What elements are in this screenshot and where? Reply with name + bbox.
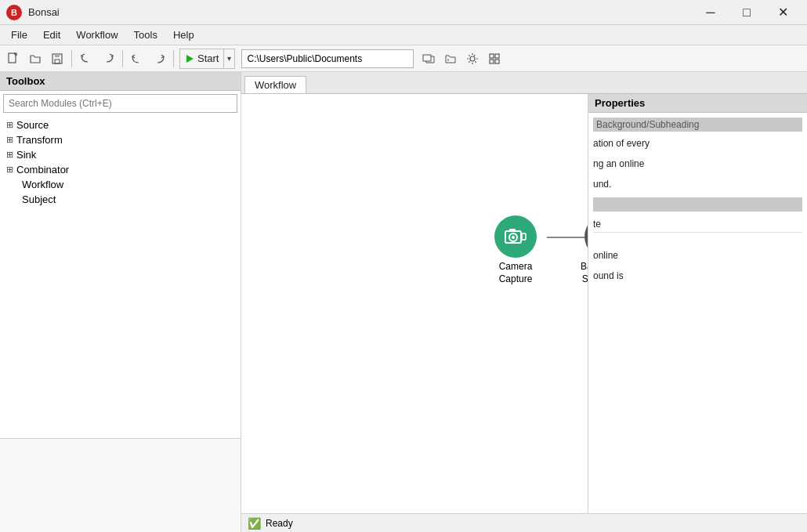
toolbox-panel: Toolbox ⊞ Source ⊞ Transform ⊞ Sink ⊞ Co… <box>0 72 241 532</box>
status-bar: ✅ Ready <box>241 513 807 532</box>
svg-rect-5 <box>55 54 60 57</box>
prop-desc-3: und. <box>593 177 802 191</box>
camera-capture-node[interactable]: CameraCapture <box>484 215 547 285</box>
redo-secondary-button[interactable] <box>98 49 118 69</box>
status-icon: ✅ <box>248 517 261 530</box>
prop-section-header-2 <box>593 197 802 212</box>
tree-label-subject: Subject <box>22 194 56 205</box>
menu-workflow[interactable]: Workflow <box>68 27 125 42</box>
toolbar: Start ▾ <box>0 45 807 72</box>
sep1 <box>71 50 72 67</box>
properties-header: Properties <box>588 94 807 113</box>
menu-help[interactable]: Help <box>165 27 202 42</box>
folder-button[interactable] <box>440 49 461 69</box>
maximize-button[interactable]: □ <box>729 0 765 25</box>
main-layout: Toolbox ⊞ Source ⊞ Transform ⊞ Sink ⊞ Co… <box>0 72 807 532</box>
prop-desc-2: ng an online <box>593 157 802 171</box>
tree-label-workflow: Workflow <box>22 179 63 190</box>
path-input[interactable] <box>241 49 414 68</box>
status-text: Ready <box>266 518 293 529</box>
tree-item-sink[interactable]: ⊞ Sink <box>0 147 241 162</box>
toolbox-header: Toolbox <box>0 72 241 91</box>
bg-subtraction-node[interactable]: BackgroundSubtraction <box>574 215 588 285</box>
open-button[interactable] <box>25 49 45 69</box>
bg-subtraction-icon <box>584 215 588 258</box>
svg-rect-6 <box>55 60 60 63</box>
camera-capture-icon <box>494 215 537 258</box>
svg-rect-11 <box>490 54 494 58</box>
tree-item-subject[interactable]: Subject <box>0 192 241 207</box>
menu-file[interactable]: File <box>3 27 35 42</box>
tree-item-transform[interactable]: ⊞ Transform <box>0 132 241 147</box>
tree-label-sink: Sink <box>16 149 36 161</box>
save-button[interactable] <box>47 49 67 69</box>
undo-secondary-button[interactable] <box>76 49 96 69</box>
browse-button[interactable] <box>418 49 439 69</box>
tree-label-transform: Transform <box>16 134 63 146</box>
start-button-group[interactable]: Start ▾ <box>179 49 235 69</box>
svg-rect-19 <box>522 233 526 240</box>
prop-section-header: Background/Subheading <box>593 118 802 132</box>
properties-panel: Properties Background/Subheading ation o… <box>588 94 807 532</box>
app-title: Bonsai <box>28 6 693 18</box>
prop-desc-1: ation of every <box>593 136 802 150</box>
undo-button[interactable] <box>127 49 147 69</box>
svg-point-17 <box>512 236 515 239</box>
sep3 <box>173 50 174 67</box>
bg-subtraction-label: BackgroundSubtraction <box>581 261 588 285</box>
extra-button[interactable] <box>484 49 505 69</box>
svg-rect-18 <box>509 229 516 232</box>
camera-capture-label: CameraCapture <box>499 261 533 285</box>
title-bar: B Bonsai ─ □ ✕ <box>0 0 807 25</box>
prop-bottom-2: ound is <box>593 269 802 283</box>
expand-icon-source: ⊞ <box>6 120 13 130</box>
redo-button[interactable] <box>149 49 169 69</box>
start-dropdown-arrow[interactable]: ▾ <box>223 49 234 69</box>
menu-tools[interactable]: Tools <box>126 27 165 42</box>
prop-row-label: te <box>593 216 802 233</box>
new-button[interactable] <box>3 49 24 69</box>
app-icon: B <box>6 5 22 20</box>
workflow-tab[interactable]: Workflow <box>244 76 306 93</box>
prop-bottom-1: online <box>593 248 802 262</box>
workflow-tabs: Workflow <box>241 72 807 94</box>
search-input[interactable] <box>3 94 237 113</box>
start-btn-main[interactable]: Start <box>180 52 223 64</box>
prop-bottom-section: online ound is <box>593 233 802 283</box>
tree-item-source[interactable]: ⊞ Source <box>0 118 241 132</box>
menu-bar: File Edit Workflow Tools Help <box>0 25 807 45</box>
expand-icon-combinator: ⊞ <box>6 165 13 175</box>
toolbox-preview <box>0 438 241 532</box>
tree-item-combinator[interactable]: ⊞ Combinator <box>0 162 241 177</box>
properties-content: Background/Subheading ation of every ng … <box>588 113 807 532</box>
title-controls: ─ □ ✕ <box>693 0 801 25</box>
minimize-button[interactable]: ─ <box>693 0 729 25</box>
workflow-canvas[interactable]: CameraCapture BackgroundSubtraction Outp… <box>241 94 588 532</box>
expand-icon-transform: ⊞ <box>6 135 13 145</box>
expand-icon-sink: ⊞ <box>6 150 13 160</box>
sep2 <box>122 50 123 67</box>
svg-marker-7 <box>186 55 194 63</box>
tree-item-workflow[interactable]: Workflow <box>0 177 241 192</box>
menu-edit[interactable]: Edit <box>35 27 68 42</box>
svg-rect-8 <box>423 55 431 61</box>
prop-te: te <box>593 219 802 230</box>
svg-rect-13 <box>490 60 494 63</box>
svg-rect-12 <box>495 54 499 58</box>
tree-label-source: Source <box>16 119 49 131</box>
settings-button[interactable] <box>462 49 483 69</box>
close-button[interactable]: ✕ <box>765 0 801 25</box>
tree-label-combinator: Combinator <box>16 164 69 176</box>
svg-point-10 <box>470 56 475 61</box>
svg-text:B: B <box>11 8 17 17</box>
start-label: Start <box>197 52 219 64</box>
svg-rect-2 <box>9 53 16 63</box>
toolbox-tree: ⊞ Source ⊞ Transform ⊞ Sink ⊞ Combinator… <box>0 116 241 438</box>
svg-rect-14 <box>495 60 499 63</box>
